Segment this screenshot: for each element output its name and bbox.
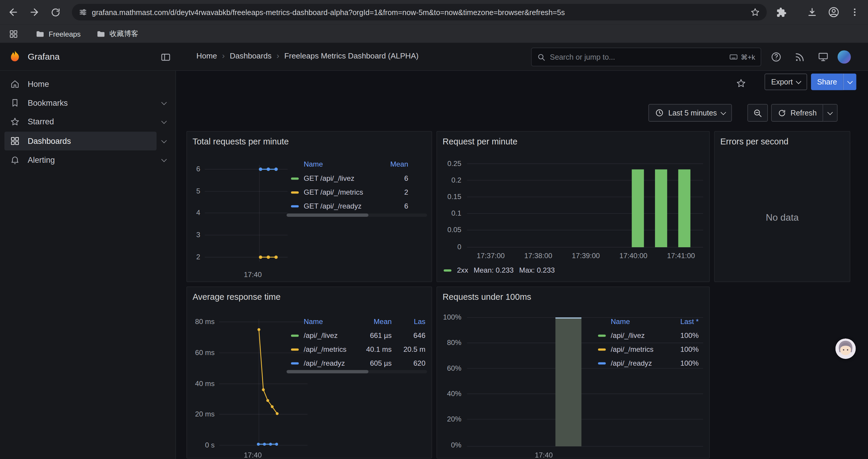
search-bar[interactable]: ⌘+k: [531, 47, 761, 66]
extensions-button[interactable]: [772, 3, 790, 21]
breadcrumb-dashboards[interactable]: Dashboards: [230, 51, 272, 60]
star-icon: [10, 117, 20, 127]
legend-scrollbar[interactable]: [286, 214, 427, 217]
browser-menu-button[interactable]: [846, 3, 864, 21]
series-name[interactable]: GET /api/_/readyz: [304, 200, 362, 212]
bar-chart[interactable]: [467, 160, 703, 252]
series-name[interactable]: 2xx: [457, 266, 468, 274]
y-tick: 5: [187, 187, 200, 196]
legend-row: GET /api/_/readyz 6: [286, 200, 427, 212]
series-name[interactable]: /api/_/livez: [304, 330, 338, 342]
grafana-brand[interactable]: Grafana: [28, 52, 60, 62]
x-tick: 17:40:00: [614, 252, 653, 261]
y-tick: 40%: [437, 389, 461, 398]
y-tick: 20%: [437, 415, 461, 424]
series-color-chip: [291, 349, 299, 351]
panel-title[interactable]: Request per minute: [442, 137, 517, 147]
share-button[interactable]: Share: [811, 73, 843, 90]
search-shortcut: ⌘+k: [729, 53, 755, 61]
display-button[interactable]: [815, 49, 831, 65]
series-name[interactable]: GET /api/_/livez: [304, 172, 354, 185]
search-input[interactable]: [550, 53, 725, 61]
series-name[interactable]: /api/_/readyz: [304, 357, 345, 369]
legend-header-name[interactable]: Name: [304, 158, 323, 170]
favorite-dashboard-button[interactable]: [733, 75, 749, 91]
series-max: Max: 0.233: [519, 266, 555, 274]
bookmarks-apps-button[interactable]: [4, 25, 22, 42]
share-dropdown-button[interactable]: [843, 73, 857, 90]
dock-menu-button[interactable]: [157, 49, 174, 65]
sidebar-item-starred[interactable]: Starred: [4, 112, 157, 131]
x-tick: 17:39:00: [566, 252, 605, 261]
legend-header-mean[interactable]: Mean: [374, 316, 392, 328]
legend-header-last[interactable]: Last *: [680, 316, 699, 328]
refresh-interval-dropdown[interactable]: [824, 104, 838, 122]
browser-back-button[interactable]: [4, 3, 22, 21]
news-button[interactable]: [791, 49, 808, 65]
browser-toolbar: grafana.mathmast.com/d/deytv4rwavabkb/fr…: [0, 0, 868, 24]
series-name[interactable]: /api/_/metrics: [304, 343, 346, 356]
series-name[interactable]: GET /api/_/metrics: [304, 186, 363, 198]
scrollbar-thumb[interactable]: [286, 370, 368, 373]
bookmark-label: 收藏博客: [110, 29, 138, 39]
sidebar-item-alerting[interactable]: Alerting: [4, 150, 157, 169]
y-tick: 20 ms: [187, 410, 215, 419]
panel-average-response-time: Average response time 80 ms 60 ms 40 ms …: [186, 287, 432, 458]
browser-profile-button[interactable]: [825, 3, 843, 21]
legend-row: GET /api/_/livez 6: [286, 172, 427, 185]
panel-title[interactable]: Average response time: [193, 292, 281, 302]
bookmark-item-blogs[interactable]: 收藏博客: [93, 27, 142, 41]
series-color-chip: [291, 205, 299, 207]
series-name[interactable]: /api/_/metrics: [611, 343, 653, 356]
series-last: 646: [413, 330, 426, 342]
series-mean: 605 µs: [370, 357, 392, 369]
export-button[interactable]: Export: [765, 73, 807, 90]
zoom-out-button[interactable]: [747, 104, 768, 122]
y-tick: 0.2: [437, 176, 461, 185]
series-name[interactable]: /api/_/readyz: [611, 357, 652, 369]
floating-assistant-avatar[interactable]: [835, 338, 856, 359]
panel-title[interactable]: Requests under 100ms: [442, 292, 531, 302]
scrollbar-thumb[interactable]: [286, 214, 368, 217]
browser-forward-button[interactable]: [25, 3, 43, 21]
address-bar[interactable]: grafana.mathmast.com/d/deytv4rwavabkb/fr…: [72, 4, 767, 21]
puzzle-icon: [776, 7, 786, 18]
panel-title[interactable]: Errors per second: [720, 137, 788, 147]
home-icon: [10, 79, 20, 89]
user-avatar[interactable]: [838, 50, 851, 64]
downloads-button[interactable]: [803, 3, 821, 21]
site-info-icon[interactable]: [79, 8, 88, 17]
legend-table: Name Mean GET /api/_/livez 6 GET /api/_/…: [286, 156, 427, 222]
legend-header-name[interactable]: Name: [304, 316, 323, 328]
grafana-logo[interactable]: [8, 50, 22, 64]
legend-header-name[interactable]: Name: [611, 316, 630, 328]
y-tick: 4: [187, 208, 200, 218]
chevron-down-icon[interactable]: [161, 138, 167, 143]
bookmark-star-icon[interactable]: [750, 7, 760, 17]
panel-title[interactable]: Total requests per minute: [193, 137, 289, 147]
dashboards-grid-icon: [10, 136, 20, 146]
bookmark-item-freeleaps[interactable]: Freeleaps: [32, 27, 84, 41]
legend-header-last[interactable]: Las: [414, 316, 426, 328]
help-button[interactable]: [768, 49, 784, 65]
chevron-down-icon[interactable]: [161, 100, 167, 105]
series-color-chip: [291, 362, 299, 364]
y-tick: 0.15: [437, 193, 461, 201]
sidebar-item-bookmarks[interactable]: Bookmarks: [4, 93, 157, 112]
legend-header-mean[interactable]: Mean: [390, 158, 408, 170]
breadcrumb-home[interactable]: Home: [196, 51, 217, 60]
url-text[interactable]: grafana.mathmast.com/d/deytv4rwavabkb/fr…: [92, 8, 750, 16]
legend-scrollbar[interactable]: [286, 370, 427, 373]
sidebar-nav: Home Bookmarks Starred Dashboards Alerti…: [0, 71, 176, 459]
browser-reload-button[interactable]: [46, 3, 64, 21]
series-name[interactable]: /api/_/livez: [611, 330, 645, 342]
refresh-button[interactable]: Refresh: [771, 104, 824, 122]
sidebar-item-dashboards[interactable]: Dashboards: [4, 132, 157, 151]
y-tick: 60 ms: [187, 349, 215, 357]
time-series-chart[interactable]: [205, 160, 288, 271]
chevron-down-icon[interactable]: [161, 119, 167, 124]
time-range-picker[interactable]: Last 5 minutes: [649, 104, 732, 122]
series-color-chip: [291, 335, 299, 337]
chevron-down-icon[interactable]: [161, 157, 167, 162]
sidebar-item-home[interactable]: Home: [4, 75, 157, 94]
